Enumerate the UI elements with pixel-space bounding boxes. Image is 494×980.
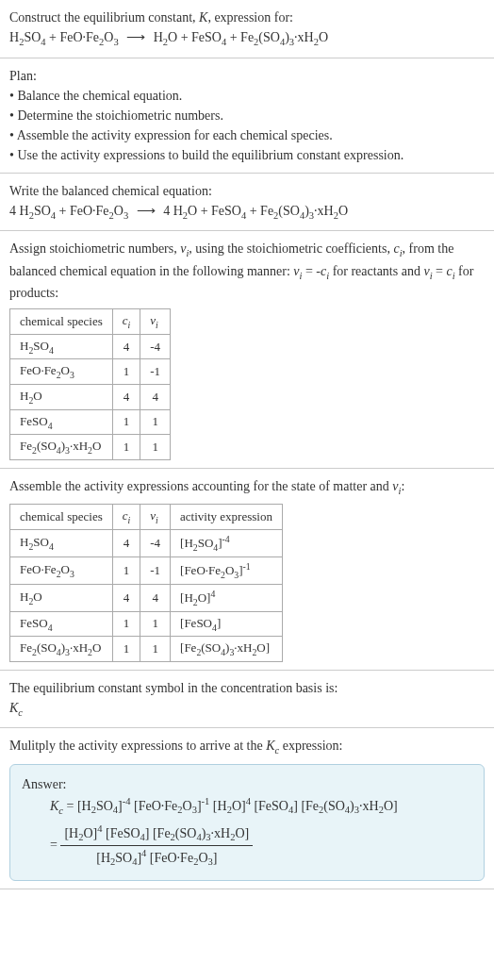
cell: [FeO·Fe2O3]-1 bbox=[171, 556, 283, 584]
answer-box: Answer: Kc = [H2SO4]-4 [FeO·Fe2O3]-1 [H2… bbox=[9, 764, 485, 881]
cell: FeSO4 bbox=[10, 409, 113, 435]
cell: FeO·Fe2O3 bbox=[10, 556, 113, 584]
cell: FeSO4 bbox=[10, 611, 113, 637]
plan-item: • Determine the stoichiometric numbers. bbox=[9, 106, 485, 125]
col-header: νi bbox=[140, 309, 171, 335]
cell: -1 bbox=[140, 359, 171, 385]
balanced-title: Write the balanced chemical equation: bbox=[9, 181, 485, 201]
plan-item: • Balance the chemical equation. bbox=[9, 86, 485, 106]
cell: [FeSO4] bbox=[171, 611, 283, 637]
cell: 4 bbox=[112, 334, 140, 359]
intro-section: Construct the equilibrium constant, K, e… bbox=[0, 0, 494, 58]
cell: H2O bbox=[10, 384, 113, 409]
cell: 4 bbox=[140, 384, 171, 409]
cell: -4 bbox=[140, 334, 171, 359]
table-row: FeSO4 1 1 bbox=[10, 409, 171, 435]
table-header-row: chemical species ci νi activity expressi… bbox=[10, 505, 283, 530]
cell: FeO·Fe2O3 bbox=[10, 359, 113, 385]
cell: 1 bbox=[140, 637, 171, 662]
cell: 4 bbox=[112, 529, 140, 556]
table-row: H2O 4 4 [H2O]4 bbox=[10, 584, 283, 611]
stoich-section: Assign stoichiometric numbers, νi, using… bbox=[0, 231, 494, 469]
cell: H2SO4 bbox=[10, 334, 113, 359]
cell: 4 bbox=[112, 384, 140, 409]
table-row: H2O 4 4 bbox=[10, 384, 171, 409]
col-header: νi bbox=[140, 505, 171, 530]
cell: Fe2(SO4)3·xH2O bbox=[10, 637, 113, 662]
cell: 1 bbox=[112, 637, 140, 662]
table-row: H2SO4 4 -4 [H2SO4]-4 bbox=[10, 529, 283, 556]
activity-intro: Assemble the activity expressions accoun… bbox=[9, 476, 485, 499]
cell: [Fe2(SO4)3·xH2O] bbox=[171, 637, 283, 662]
balanced-section: Write the balanced chemical equation: 4 … bbox=[0, 174, 494, 232]
table-row: Fe2(SO4)3·xH2O 1 1 [Fe2(SO4)3·xH2O] bbox=[10, 637, 283, 662]
cell: 1 bbox=[112, 611, 140, 637]
activity-section: Assemble the activity expressions accoun… bbox=[0, 469, 494, 671]
intro-equation: H2SO4 + FeO·Fe2O3 ⟶ H2O + FeSO4 + Fe2(SO… bbox=[9, 27, 485, 50]
cell: 1 bbox=[140, 435, 171, 460]
answer-label: Answer: bbox=[22, 774, 472, 794]
intro-line1: Construct the equilibrium constant, K, e… bbox=[9, 10, 293, 25]
cell: -1 bbox=[140, 556, 171, 584]
col-header: chemical species bbox=[10, 505, 113, 530]
table-row: FeSO4 1 1 [FeSO4] bbox=[10, 611, 283, 637]
plan-section: Plan: • Balance the chemical equation. •… bbox=[0, 58, 494, 174]
col-header: ci bbox=[112, 505, 140, 530]
col-header: chemical species bbox=[10, 309, 113, 335]
cell: H2SO4 bbox=[10, 529, 113, 556]
fraction-numerator: [H2O]4 [FeSO4] [Fe2(SO4)3·xH2O] bbox=[60, 822, 253, 846]
col-header: activity expression bbox=[171, 505, 283, 530]
answer-section: Mulitply the activity expressions to arr… bbox=[0, 728, 494, 889]
fraction-denominator: [H2SO4]4 [FeO·Fe2O3] bbox=[60, 846, 253, 870]
cell: [H2O]4 bbox=[171, 584, 283, 611]
multiply-intro: Mulitply the activity expressions to arr… bbox=[9, 736, 485, 758]
answer-content: Kc = [H2SO4]-4 [FeO·Fe2O3]-1 [H2O]4 [FeS… bbox=[50, 794, 472, 871]
stoich-intro: Assign stoichiometric numbers, νi, using… bbox=[9, 239, 485, 303]
table-row: FeO·Fe2O3 1 -1 bbox=[10, 359, 171, 385]
answer-linear: Kc = [H2SO4]-4 [FeO·Fe2O3]-1 [H2O]4 [FeS… bbox=[50, 794, 472, 818]
cell: H2O bbox=[10, 584, 113, 611]
cell: [H2SO4]-4 bbox=[171, 529, 283, 556]
cell: Fe2(SO4)3·xH2O bbox=[10, 435, 113, 460]
activity-table: chemical species ci νi activity expressi… bbox=[9, 504, 283, 662]
cell: 1 bbox=[112, 556, 140, 584]
table-row: H2SO4 4 -4 bbox=[10, 334, 171, 359]
cell: 1 bbox=[140, 409, 171, 435]
table-row: Fe2(SO4)3·xH2O 1 1 bbox=[10, 435, 171, 460]
symbol-kc: Kc bbox=[9, 698, 485, 721]
cell: 1 bbox=[112, 359, 140, 385]
symbol-line1: The equilibrium constant symbol in the c… bbox=[9, 678, 485, 698]
cell: -4 bbox=[140, 529, 171, 556]
cell: 4 bbox=[112, 584, 140, 611]
table-header-row: chemical species ci νi bbox=[10, 309, 171, 335]
col-header: ci bbox=[112, 309, 140, 335]
plan-title: Plan: bbox=[9, 66, 485, 86]
intro-text: Construct the equilibrium constant, K, e… bbox=[9, 8, 485, 27]
stoich-table: chemical species ci νi H2SO4 4 -4 FeO·Fe… bbox=[9, 308, 171, 460]
table-row: FeO·Fe2O3 1 -1 [FeO·Fe2O3]-1 bbox=[10, 556, 283, 584]
plan-item: • Assemble the activity expression for e… bbox=[9, 125, 485, 145]
answer-fraction: = [H2O]4 [FeSO4] [Fe2(SO4)3·xH2O] [H2SO4… bbox=[50, 822, 472, 870]
cell: 1 bbox=[140, 611, 171, 637]
cell: 4 bbox=[140, 584, 171, 611]
cell: 1 bbox=[112, 409, 140, 435]
symbol-section: The equilibrium constant symbol in the c… bbox=[0, 671, 494, 729]
plan-item: • Use the activity expressions to build … bbox=[9, 145, 485, 165]
balanced-equation: 4 H2SO4 + FeO·Fe2O3 ⟶ 4 H2O + FeSO4 + Fe… bbox=[9, 201, 485, 224]
cell: 1 bbox=[112, 435, 140, 460]
